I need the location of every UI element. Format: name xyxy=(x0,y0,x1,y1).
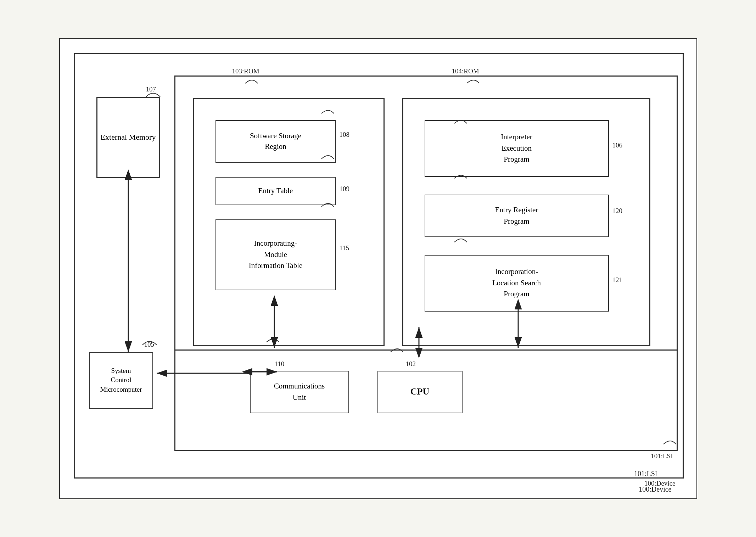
erp-text: Entry RegisterProgram xyxy=(495,205,538,227)
ref109-label: 109 xyxy=(340,185,350,193)
ref120-label: 120 xyxy=(612,207,623,215)
comm-box: CommunicationsUnit xyxy=(250,371,349,413)
rom103-label: 103:ROM xyxy=(232,67,259,75)
ref108-label: 108 xyxy=(340,131,350,139)
entry-table-text: Entry Table xyxy=(258,186,293,196)
lsi-divider xyxy=(175,349,677,351)
comm-text: CommunicationsUnit xyxy=(274,381,325,403)
ref115-label: 115 xyxy=(340,244,349,252)
iep-box: InterpreterExecutionProgram xyxy=(425,120,609,177)
ref102-label: 102 xyxy=(406,360,416,368)
diagram-container: 100:Device External Memory 107 SystemCon… xyxy=(59,38,697,499)
imit-box: Incorporating-ModuleInformation Table xyxy=(215,219,336,290)
scm-text: SystemControlMicrocomputer xyxy=(100,366,142,395)
rom104-box: InterpreterExecutionProgram 106 Entry Re… xyxy=(402,98,650,346)
rom104-label: 104:ROM xyxy=(452,67,479,75)
device-label-text: 100:Device xyxy=(639,485,671,493)
cpu-text: CPU xyxy=(410,385,429,398)
software-storage-region-box: Software StorageRegion xyxy=(215,120,336,163)
lsi-box: 103:ROM 104:ROM Software StorageRegion 1… xyxy=(174,75,678,451)
lsi-label: 101:LSI xyxy=(651,452,673,460)
entry-table-box: Entry Table xyxy=(215,177,336,205)
rom103-box: Software StorageRegion 108 Entry Table 1… xyxy=(193,98,385,346)
ref106-label: 106 xyxy=(612,141,623,149)
scm-box: SystemControlMicrocomputer xyxy=(89,352,153,409)
ref110-label: 110 xyxy=(275,360,285,368)
ref105-label: 105 xyxy=(144,341,155,348)
ref121-label: 121 xyxy=(612,276,623,284)
external-memory-text: External Memory xyxy=(101,132,156,143)
lsi-label-text: 101:LSI xyxy=(634,470,657,478)
ref107-label: 107 xyxy=(146,85,156,93)
ilsp-box: Incorporation-Location SearchProgram xyxy=(425,255,609,312)
ssr-text: Software StorageRegion xyxy=(250,131,301,152)
iep-text: InterpreterExecutionProgram xyxy=(501,132,532,165)
cpu-box: CPU xyxy=(377,371,463,413)
imit-text: Incorporating-ModuleInformation Table xyxy=(249,238,303,272)
external-memory-box: External Memory xyxy=(96,97,160,178)
device-box: 100:Device External Memory 107 SystemCon… xyxy=(74,53,684,479)
erp-box: Entry RegisterProgram xyxy=(425,195,609,237)
ilsp-text: Incorporation-Location SearchProgram xyxy=(492,266,541,300)
